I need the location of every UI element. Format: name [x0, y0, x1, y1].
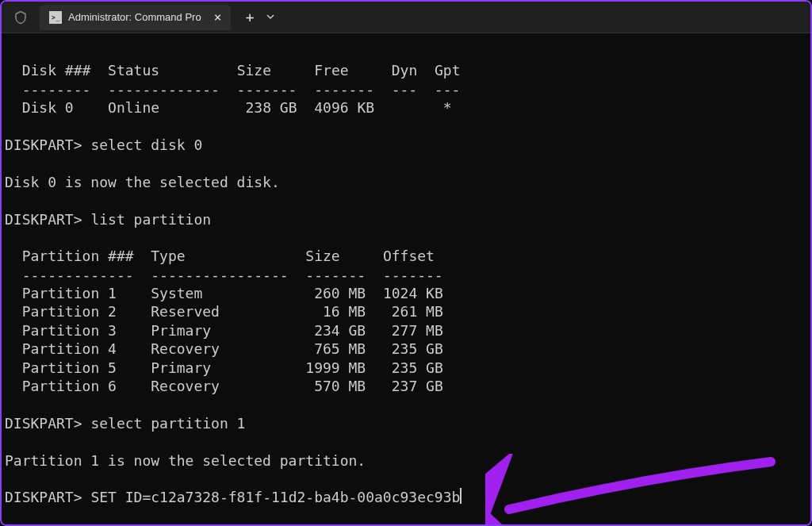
text-cursor — [460, 488, 462, 504]
part-row-size: 1999 MB — [305, 359, 366, 376]
disk-header-col2: Status — [108, 62, 159, 79]
part-row-type: Recovery — [151, 378, 220, 394]
prompt: DISKPART> — [5, 415, 82, 432]
part-header-col3: Size — [305, 248, 339, 264]
part-row-offset: 277 MB — [392, 322, 443, 339]
part-row-size: 234 GB — [314, 322, 366, 339]
part-row-name: Partition 3 — [22, 322, 117, 339]
prompt: DISKPART> — [5, 489, 82, 505]
shield-icon — [11, 8, 30, 27]
cmd-select-partition: select partition 1 — [90, 415, 245, 432]
tab-dropdown-button[interactable] — [266, 10, 275, 25]
part-row-offset: 237 GB — [392, 378, 443, 394]
disk-header-col1: Disk ### — [22, 62, 91, 79]
disk-row-size: 238 GB — [245, 99, 297, 116]
part-row-type: Primary — [151, 359, 211, 376]
disk-header-col6: Gpt — [435, 62, 461, 79]
disk-header-col5: Dyn — [392, 62, 418, 79]
tab-command-prompt[interactable]: >_ Administrator: Command Pro × — [40, 5, 231, 30]
part-row-size: 765 MB — [314, 340, 366, 357]
part-header-col4: Offset — [383, 248, 435, 264]
tab-title: Administrator: Command Pro — [68, 11, 201, 23]
cmd-select-disk: select disk 0 — [90, 136, 202, 153]
new-tab-button[interactable]: + — [240, 9, 259, 25]
titlebar: >_ Administrator: Command Pro × + — [2, 2, 810, 33]
disk-row-name: Disk 0 — [22, 99, 74, 116]
part-row-name: Partition 2 — [22, 303, 117, 320]
close-icon[interactable]: × — [214, 10, 222, 25]
disk-row-gpt: * — [443, 99, 452, 116]
part-row-type: Recovery — [151, 340, 220, 357]
disk-header-col3: Size — [237, 62, 271, 79]
part-row-type: Primary — [151, 322, 211, 339]
disk-row-status: Online — [108, 99, 159, 116]
part-row-name: Partition 6 — [22, 378, 117, 394]
part-header-col2: Type — [151, 248, 185, 264]
part-row-size: 16 MB — [323, 303, 366, 320]
msg-disk-selected: Disk 0 is now the selected disk. — [5, 174, 280, 190]
terminal-output[interactable]: Disk ### Status Size Free Dyn Gpt ------… — [2, 33, 810, 524]
part-row-name: Partition 5 — [22, 359, 117, 376]
terminal-icon: >_ — [49, 11, 62, 24]
part-row-type: System — [151, 285, 202, 301]
part-header-col1: Partition ### — [22, 248, 134, 264]
part-row-name: Partition 4 — [22, 340, 117, 357]
part-row-offset: 235 GB — [392, 340, 443, 357]
arrow-annotation — [485, 454, 787, 526]
prompt: DISKPART> — [5, 136, 82, 153]
prompt: DISKPART> — [5, 211, 82, 228]
cmd-list-partition: list partition — [90, 211, 211, 228]
part-row-offset: 1024 KB — [383, 285, 443, 301]
svg-text:>_: >_ — [52, 13, 60, 21]
part-row-name: Partition 1 — [22, 285, 117, 301]
msg-partition-selected: Partition 1 is now the selected partitio… — [5, 452, 366, 469]
cmd-set-id: SET ID=c12a7328-f81f-11d2-ba4b-00a0c93ec… — [90, 489, 460, 505]
part-row-size: 570 MB — [314, 378, 366, 394]
part-row-offset: 261 MB — [392, 303, 443, 320]
part-row-offset: 235 GB — [392, 359, 443, 376]
part-row-type: Reserved — [151, 303, 220, 320]
part-row-size: 260 MB — [314, 285, 366, 301]
disk-row-free: 4096 KB — [314, 99, 374, 116]
disk-header-col4: Free — [314, 62, 348, 79]
